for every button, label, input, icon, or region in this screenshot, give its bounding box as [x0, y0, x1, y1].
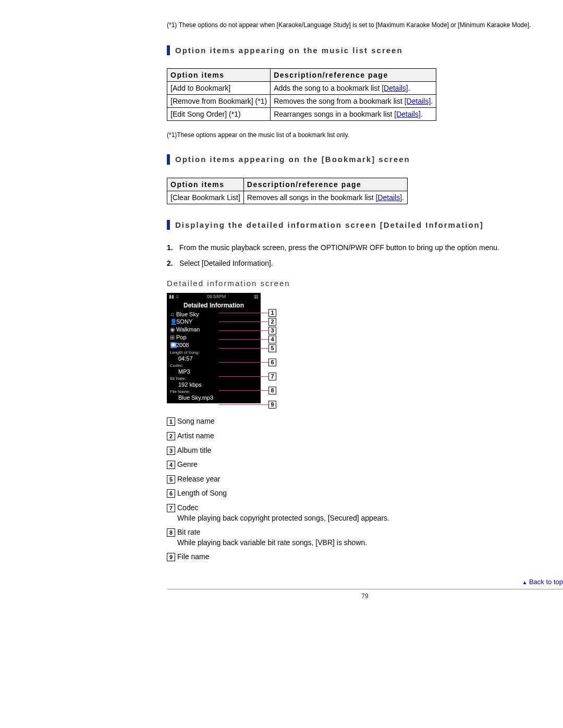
legend-row: 6Length of Song: [167, 488, 563, 499]
row-icon: 🛄: [170, 342, 176, 349]
row-text: Walkman: [176, 326, 200, 332]
row-icon: 👤: [170, 318, 176, 325]
up-arrow-icon: ▲: [522, 579, 527, 585]
callout-label: 2: [268, 318, 276, 326]
row-text: 192 kbps: [178, 381, 202, 388]
callout-label: 5: [268, 344, 276, 352]
option-cell: [Clear Bookmark List]: [167, 191, 244, 204]
callout-line: [219, 376, 268, 377]
battery-icon: ▥: [254, 294, 259, 299]
callout-label: 1: [268, 309, 276, 317]
section2-heading: Option items appearing on the [Bookmark]…: [167, 154, 563, 165]
top-footnote: (*1) These options do not appear when [K…: [167, 21, 563, 30]
details-link[interactable]: [Details]: [376, 193, 402, 202]
legend-row: 9File name: [167, 552, 563, 562]
option-cell: [Remove from Bookmark] (*1): [167, 95, 271, 108]
legend: 1Song name2Artist name3Album title4Genre…: [167, 416, 563, 562]
callout-line: [219, 330, 268, 331]
table-row: [Edit Song Order] (*1) Rearranges songs …: [167, 108, 436, 121]
row-text: Blue Sky.mp3: [178, 394, 213, 401]
status-time: 06:58PM: [207, 294, 226, 299]
row-text: 04:57: [178, 355, 193, 362]
legend-text: Genre: [177, 460, 516, 470]
callout-line: [219, 313, 268, 313]
desc-cell: Rearranges songs in a bookmark list [Det…: [271, 108, 436, 121]
screenshot-wrap: ▮▮ ♫ 06:58PM ▥ Detailed Information ♫Blu…: [167, 293, 563, 403]
info-row: 04:57: [167, 355, 261, 362]
section1-footnote: (*1)These options appear on the music li…: [167, 131, 563, 139]
callout-label: 8: [268, 387, 276, 394]
info-row: MP3: [167, 368, 261, 375]
row-text: Pop: [176, 334, 187, 340]
info-label: Length of Song:: [167, 349, 261, 355]
section3-heading: Displaying the detailed information scre…: [167, 220, 563, 230]
callout-line: [219, 339, 268, 340]
back-to-top: ▲ Back to top: [167, 578, 563, 586]
callout-label: 3: [268, 327, 276, 335]
callout-line: [219, 362, 268, 363]
section2-table: Option items Description/reference page …: [167, 178, 408, 204]
legend-row: 2Artist name: [167, 431, 563, 441]
page-separator: [167, 589, 563, 589]
callout-line: [219, 322, 268, 322]
details-link[interactable]: [Details]: [382, 84, 408, 92]
play-pause-icon: ▮▮ ♫: [169, 294, 179, 299]
callout-label: 4: [268, 336, 276, 343]
legend-text: Song name: [177, 416, 516, 427]
option-cell: [Add to Bookmark]: [167, 82, 271, 95]
step-2: 2.Select [Detailed Information].: [167, 258, 563, 269]
footnote-text: These options do not appear when [Karaok…: [179, 21, 533, 30]
row-text: Blue Sky: [176, 311, 199, 317]
section1-table: Option items Description/reference page …: [167, 68, 436, 121]
legend-number: 7: [167, 504, 175, 512]
callout-line: [219, 348, 268, 349]
legend-number: 6: [167, 489, 175, 498]
row-text: MP3: [178, 368, 190, 375]
details-link[interactable]: [Details]: [394, 110, 421, 118]
page-number: 79: [167, 593, 563, 600]
legend-row: 5Release year: [167, 474, 563, 485]
legend-number: 5: [167, 475, 175, 484]
info-row: ◉Walkman: [167, 326, 261, 334]
legend-text: Bit rateWhile playing back variable bit …: [177, 527, 516, 548]
callout-label: 7: [268, 373, 276, 380]
info-row: ♫Blue Sky: [167, 311, 261, 318]
info-label: File Name:: [167, 388, 261, 394]
callout-line: [219, 390, 268, 391]
legend-row: 4Genre: [167, 460, 563, 470]
legend-row: 3Album title: [167, 446, 563, 456]
legend-text: Length of Song: [177, 488, 516, 499]
info-row: 192 kbps: [167, 381, 261, 388]
step-1: 1.From the music playback screen, press …: [167, 243, 563, 253]
detailed-info-heading: Detailed information screen: [167, 279, 563, 288]
legend-number: 8: [167, 528, 175, 537]
row-text: SONY: [176, 318, 192, 325]
option-cell: [Edit Song Order] (*1): [167, 108, 271, 121]
row-icon: ♫: [170, 311, 176, 317]
legend-row: 1Song name: [167, 416, 563, 427]
legend-text: Release year: [177, 474, 516, 485]
callout-label: 9: [268, 401, 276, 409]
legend-text: CodecWhile playing back copyright protec…: [177, 503, 516, 523]
legend-number: 2: [167, 432, 175, 440]
callout-label: 6: [268, 359, 276, 366]
back-to-top-link[interactable]: ▲ Back to top: [522, 578, 563, 586]
screen-title: Detailed Information: [167, 300, 261, 311]
legend-number: 3: [167, 447, 175, 455]
legend-number: 9: [167, 553, 175, 561]
row-icon: ⊞: [170, 334, 176, 341]
table-header-desc: Description/reference page: [243, 178, 407, 191]
info-row: ⊞Pop: [167, 334, 261, 341]
details-link[interactable]: [Details]: [405, 97, 431, 105]
desc-cell: Adds the song to a bookmark list [Detail…: [271, 82, 436, 95]
legend-number: 4: [167, 461, 175, 469]
table-row: [Remove from Bookmark] (*1) Removes the …: [167, 95, 436, 108]
legend-row: 7CodecWhile playing back copyright prote…: [167, 503, 563, 523]
footnote-label: (*1): [167, 21, 177, 30]
steps-list: 1.From the music playback screen, press …: [167, 243, 563, 268]
desc-cell: Removes all songs in the bookmark list […: [243, 191, 407, 204]
table-header-desc: Description/reference page: [271, 69, 436, 82]
table-row: [Clear Bookmark List] Removes all songs …: [167, 191, 408, 204]
status-bar: ▮▮ ♫ 06:58PM ▥: [167, 293, 261, 300]
table-header-option: Option items: [167, 178, 244, 191]
